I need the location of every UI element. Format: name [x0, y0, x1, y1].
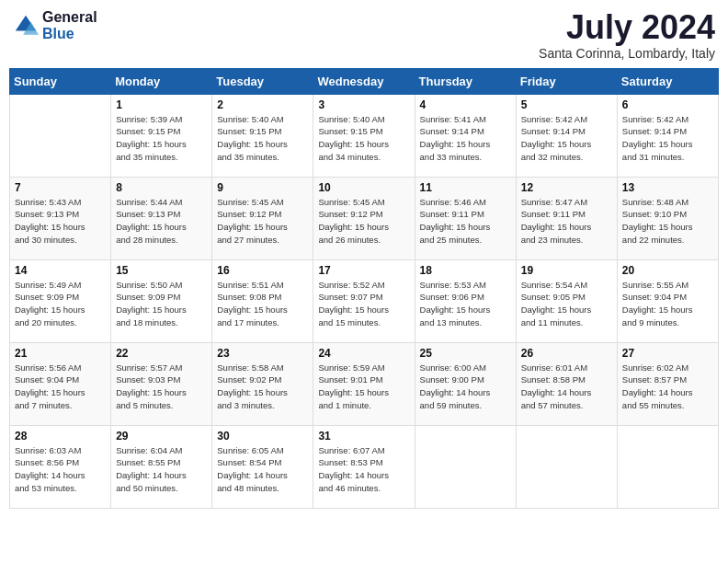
day-info: Sunrise: 5:50 AM Sunset: 9:09 PM Dayligh… — [116, 279, 207, 329]
day-info: Sunrise: 6:03 AM Sunset: 8:56 PM Dayligh… — [15, 444, 106, 495]
calendar-cell: 17Sunrise: 5:52 AM Sunset: 9:07 PM Dayli… — [313, 259, 415, 342]
weekday-header-row: SundayMondayTuesdayWednesdayThursdayFrid… — [10, 68, 719, 94]
calendar-cell: 9Sunrise: 5:45 AM Sunset: 9:12 PM Daylig… — [212, 177, 313, 259]
day-info: Sunrise: 5:58 AM Sunset: 9:02 PM Dayligh… — [217, 362, 308, 412]
day-info: Sunrise: 5:53 AM Sunset: 9:06 PM Dayligh… — [420, 279, 511, 329]
day-info: Sunrise: 5:56 AM Sunset: 9:04 PM Dayligh… — [15, 362, 106, 412]
logo-text: General Blue — [42, 9, 97, 41]
week-row-3: 14Sunrise: 5:49 AM Sunset: 9:09 PM Dayli… — [10, 259, 719, 342]
calendar-cell: 29Sunrise: 6:04 AM Sunset: 8:55 PM Dayli… — [111, 425, 212, 508]
day-number: 4 — [420, 98, 511, 111]
day-number: 1 — [116, 98, 207, 111]
day-info: Sunrise: 5:55 AM Sunset: 9:04 PM Dayligh… — [622, 279, 713, 329]
day-number: 12 — [521, 181, 612, 194]
week-row-4: 21Sunrise: 5:56 AM Sunset: 9:04 PM Dayli… — [10, 342, 719, 425]
calendar-cell: 10Sunrise: 5:45 AM Sunset: 9:12 PM Dayli… — [313, 177, 415, 259]
weekday-header-thursday: Thursday — [415, 68, 516, 94]
day-number: 26 — [521, 347, 612, 360]
weekday-header-friday: Friday — [516, 68, 617, 94]
day-info: Sunrise: 5:45 AM Sunset: 9:12 PM Dayligh… — [318, 196, 409, 247]
header: General Blue July 2024 Santa Corinna, Lo… — [9, 9, 719, 61]
calendar-cell: 19Sunrise: 5:54 AM Sunset: 9:05 PM Dayli… — [516, 259, 617, 342]
day-info: Sunrise: 5:51 AM Sunset: 9:08 PM Dayligh… — [217, 279, 308, 329]
calendar-cell: 15Sunrise: 5:50 AM Sunset: 9:09 PM Dayli… — [111, 259, 212, 342]
day-info: Sunrise: 6:01 AM Sunset: 8:58 PM Dayligh… — [521, 362, 612, 412]
calendar-cell — [516, 425, 617, 508]
day-info: Sunrise: 5:40 AM Sunset: 9:15 PM Dayligh… — [318, 113, 409, 164]
day-number: 21 — [15, 347, 106, 360]
day-info: Sunrise: 5:41 AM Sunset: 9:14 PM Dayligh… — [420, 113, 511, 164]
calendar-cell: 12Sunrise: 5:47 AM Sunset: 9:11 PM Dayli… — [516, 177, 617, 259]
day-number: 18 — [420, 264, 511, 277]
day-info: Sunrise: 6:02 AM Sunset: 8:57 PM Dayligh… — [622, 362, 713, 412]
calendar-cell: 3Sunrise: 5:40 AM Sunset: 9:15 PM Daylig… — [313, 94, 415, 177]
day-number: 16 — [217, 264, 308, 277]
weekday-header-sunday: Sunday — [10, 68, 111, 94]
day-info: Sunrise: 5:46 AM Sunset: 9:11 PM Dayligh… — [420, 196, 511, 247]
day-number: 17 — [318, 264, 409, 277]
calendar-cell: 20Sunrise: 5:55 AM Sunset: 9:04 PM Dayli… — [617, 259, 718, 342]
day-info: Sunrise: 5:44 AM Sunset: 9:13 PM Dayligh… — [116, 196, 207, 247]
day-info: Sunrise: 5:42 AM Sunset: 9:14 PM Dayligh… — [622, 113, 713, 164]
weekday-header-saturday: Saturday — [617, 68, 718, 94]
day-number: 19 — [521, 264, 612, 277]
day-info: Sunrise: 5:39 AM Sunset: 9:15 PM Dayligh… — [116, 113, 207, 164]
calendar-cell — [10, 94, 111, 177]
day-number: 5 — [521, 98, 612, 111]
calendar-cell: 4Sunrise: 5:41 AM Sunset: 9:14 PM Daylig… — [415, 94, 516, 177]
week-row-1: 1Sunrise: 5:39 AM Sunset: 9:15 PM Daylig… — [10, 94, 719, 177]
day-number: 13 — [622, 181, 713, 194]
day-info: Sunrise: 5:40 AM Sunset: 9:15 PM Dayligh… — [217, 113, 308, 164]
day-number: 29 — [116, 430, 207, 442]
calendar-table: SundayMondayTuesdayWednesdayThursdayFrid… — [9, 68, 719, 509]
day-number: 10 — [318, 181, 409, 194]
calendar-cell: 23Sunrise: 5:58 AM Sunset: 9:02 PM Dayli… — [212, 342, 313, 425]
calendar-cell: 8Sunrise: 5:44 AM Sunset: 9:13 PM Daylig… — [111, 177, 212, 259]
week-row-5: 28Sunrise: 6:03 AM Sunset: 8:56 PM Dayli… — [10, 425, 719, 508]
calendar-cell: 27Sunrise: 6:02 AM Sunset: 8:57 PM Dayli… — [617, 342, 718, 425]
day-info: Sunrise: 5:42 AM Sunset: 9:14 PM Dayligh… — [521, 113, 612, 164]
day-number: 24 — [318, 347, 409, 360]
weekday-header-wednesday: Wednesday — [313, 68, 415, 94]
week-row-2: 7Sunrise: 5:43 AM Sunset: 9:13 PM Daylig… — [10, 177, 719, 259]
day-info: Sunrise: 5:59 AM Sunset: 9:01 PM Dayligh… — [318, 362, 409, 412]
day-number: 28 — [15, 430, 106, 442]
calendar-cell: 28Sunrise: 6:03 AM Sunset: 8:56 PM Dayli… — [10, 425, 111, 508]
day-number: 14 — [15, 264, 106, 277]
calendar-cell: 5Sunrise: 5:42 AM Sunset: 9:14 PM Daylig… — [516, 94, 617, 177]
day-info: Sunrise: 6:00 AM Sunset: 9:00 PM Dayligh… — [420, 362, 511, 412]
weekday-header-monday: Monday — [111, 68, 212, 94]
calendar-cell: 18Sunrise: 5:53 AM Sunset: 9:06 PM Dayli… — [415, 259, 516, 342]
calendar-cell — [617, 425, 718, 508]
logo: General Blue — [13, 9, 97, 41]
day-info: Sunrise: 5:43 AM Sunset: 9:13 PM Dayligh… — [15, 196, 106, 247]
calendar-cell — [415, 425, 516, 508]
calendar-cell: 25Sunrise: 6:00 AM Sunset: 9:00 PM Dayli… — [415, 342, 516, 425]
day-number: 9 — [217, 181, 308, 194]
calendar-cell: 24Sunrise: 5:59 AM Sunset: 9:01 PM Dayli… — [313, 342, 415, 425]
day-info: Sunrise: 6:07 AM Sunset: 8:53 PM Dayligh… — [318, 444, 409, 495]
day-number: 22 — [116, 347, 207, 360]
calendar-cell: 30Sunrise: 6:05 AM Sunset: 8:54 PM Dayli… — [212, 425, 313, 508]
day-number: 20 — [622, 264, 713, 277]
calendar-cell: 13Sunrise: 5:48 AM Sunset: 9:10 PM Dayli… — [617, 177, 718, 259]
day-number: 2 — [217, 98, 308, 111]
calendar-cell: 7Sunrise: 5:43 AM Sunset: 9:13 PM Daylig… — [10, 177, 111, 259]
day-number: 7 — [15, 181, 106, 194]
day-number: 23 — [217, 347, 308, 360]
day-number: 15 — [116, 264, 207, 277]
day-number: 11 — [420, 181, 511, 194]
logo-icon — [13, 13, 39, 39]
calendar-cell: 22Sunrise: 5:57 AM Sunset: 9:03 PM Dayli… — [111, 342, 212, 425]
title-area: July 2024 Santa Corinna, Lombardy, Italy — [539, 9, 715, 61]
calendar-cell: 2Sunrise: 5:40 AM Sunset: 9:15 PM Daylig… — [212, 94, 313, 177]
day-info: Sunrise: 5:54 AM Sunset: 9:05 PM Dayligh… — [521, 279, 612, 329]
day-number: 3 — [318, 98, 409, 111]
day-info: Sunrise: 6:05 AM Sunset: 8:54 PM Dayligh… — [217, 444, 308, 495]
day-number: 8 — [116, 181, 207, 194]
day-info: Sunrise: 6:04 AM Sunset: 8:55 PM Dayligh… — [116, 444, 207, 495]
calendar-cell: 31Sunrise: 6:07 AM Sunset: 8:53 PM Dayli… — [313, 425, 415, 508]
calendar-cell: 6Sunrise: 5:42 AM Sunset: 9:14 PM Daylig… — [617, 94, 718, 177]
day-info: Sunrise: 5:52 AM Sunset: 9:07 PM Dayligh… — [318, 279, 409, 329]
calendar-cell: 16Sunrise: 5:51 AM Sunset: 9:08 PM Dayli… — [212, 259, 313, 342]
